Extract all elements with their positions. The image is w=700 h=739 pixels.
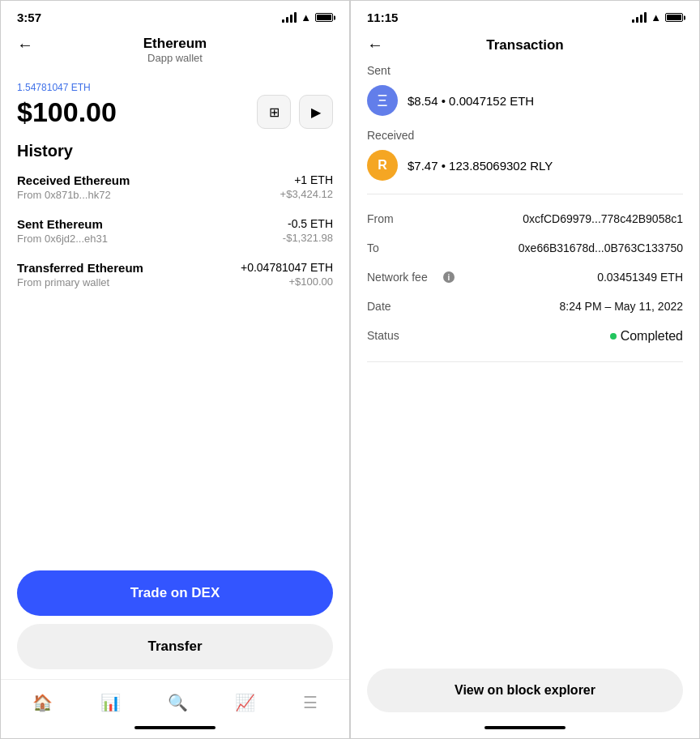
left-header: ← Ethereum Dapp wallet: [1, 29, 349, 74]
sent-coin-row: Ξ $8.54 • 0.0047152 ETH: [367, 85, 683, 116]
home-bar-left: [1, 722, 349, 738]
received-block: Received R $7.47 • 123.85069302 RLY: [367, 129, 683, 181]
home-bar-right: [351, 722, 699, 738]
tx-usd-0: +$3,424.12: [280, 188, 333, 200]
page-title-right: Transaction: [391, 37, 659, 53]
tx-usd-1: -$1,321.98: [283, 232, 333, 244]
divider-1: [367, 194, 683, 194]
tx-crypto-0: +1 ETH: [280, 173, 333, 186]
right-phone: 11:15 ▲ ← Transaction Sent Ξ: [350, 0, 700, 739]
trade-dex-button[interactable]: Trade on DEX: [17, 570, 333, 616]
send-icon: ▶: [311, 105, 321, 120]
signal-icon-right: [632, 12, 647, 23]
received-amount: $7.47 • 123.85069302 RLY: [408, 159, 553, 173]
sent-label: Sent: [367, 64, 683, 77]
battery-icon-right: [665, 13, 683, 22]
eth-balance: 1.54781047 ETH: [17, 82, 333, 93]
received-coin-row: R $7.47 • 123.85069302 RLY: [367, 150, 683, 181]
menu-icon: ☰: [303, 693, 318, 712]
received-label: Received: [367, 129, 683, 142]
status-icons-right: ▲: [632, 11, 683, 23]
sent-block: Sent Ξ $8.54 • 0.0047152 ETH: [367, 64, 683, 116]
field-network-fee: Network fee i 0.03451349 ETH: [367, 263, 683, 292]
status-text: Completed: [621, 329, 683, 344]
wifi-icon-right: ▲: [651, 11, 661, 23]
nav-search[interactable]: 🔍: [158, 688, 198, 717]
history-section: History Received Ethereum From 0x871b...…: [1, 142, 349, 557]
activity-icon: 📈: [235, 693, 255, 712]
to-label: To: [367, 241, 440, 254]
table-row[interactable]: Transferred Ethereum From primary wallet…: [17, 261, 333, 288]
right-bottom: View on block explorer: [351, 659, 699, 722]
status-dot: [610, 333, 617, 340]
search-icon: 🔍: [168, 693, 188, 712]
table-row[interactable]: Received Ethereum From 0x871b...hk72 +1 …: [17, 173, 333, 201]
network-fee-label: Network fee: [367, 271, 440, 284]
tx-from-0: From 0x871b...hk72: [17, 189, 130, 201]
tx-detail-section: Sent Ξ $8.54 • 0.0047152 ETH Received R …: [351, 64, 699, 659]
transfer-button[interactable]: Transfer: [17, 624, 333, 669]
info-icon: i: [443, 271, 455, 283]
field-date: Date 8:24 PM – May 11, 2022: [367, 292, 683, 321]
block-explorer-button[interactable]: View on block explorer: [367, 669, 683, 712]
field-from: From 0xcfCD69979...778c42B9058c1: [367, 204, 683, 233]
left-phone: 3:57 ▲ ← Ethereum Dapp wallet 1.54781047…: [0, 0, 350, 739]
battery-icon: [315, 13, 333, 22]
tx-crypto-2: +0.04781047 ETH: [241, 261, 333, 274]
right-header: ← Transaction: [351, 29, 699, 64]
usd-balance-row: $100.00 ⊞ ▶: [17, 95, 333, 129]
bottom-nav: 🏠 📊 🔍 📈 ☰: [1, 679, 349, 722]
home-icon: 🏠: [32, 693, 53, 712]
tx-from-1: From 0x6jd2...eh31: [17, 233, 108, 245]
tx-crypto-1: -0.5 ETH: [283, 217, 333, 230]
time-right: 11:15: [367, 11, 398, 24]
portfolio-icon: 📊: [100, 693, 121, 712]
sent-amount: $8.54 • 0.0047152 ETH: [408, 94, 534, 108]
back-button-right[interactable]: ←: [367, 36, 383, 54]
date-value: 8:24 PM – May 11, 2022: [559, 300, 683, 313]
to-value: 0xe66B31678d...0B763C133750: [519, 241, 683, 254]
home-indicator-left: [134, 726, 216, 729]
divider-2: [367, 361, 683, 362]
tx-name-0: Received Ethereum: [17, 173, 130, 187]
bottom-buttons: Trade on DEX Transfer: [1, 557, 349, 679]
qr-icon: ⊞: [269, 105, 280, 120]
status-bar-right: 11:15 ▲: [351, 1, 699, 29]
field-to: To 0xe66B31678d...0B763C133750: [367, 233, 683, 263]
status-bar-left: 3:57 ▲: [1, 1, 349, 29]
nav-activity[interactable]: 📈: [225, 688, 265, 717]
nav-home[interactable]: 🏠: [23, 688, 62, 717]
network-fee-value: 0.03451349 ETH: [597, 271, 683, 284]
balance-actions: ⊞ ▶: [257, 95, 333, 129]
table-row[interactable]: Sent Ethereum From 0x6jd2...eh31 -0.5 ET…: [17, 217, 333, 245]
tx-from-2: From primary wallet: [17, 276, 143, 288]
balance-section: 1.54781047 ETH $100.00 ⊞ ▶: [1, 74, 349, 142]
qr-code-button[interactable]: ⊞: [257, 95, 291, 129]
date-label: Date: [367, 300, 440, 313]
send-button[interactable]: ▶: [299, 95, 333, 129]
back-button-left[interactable]: ←: [17, 36, 33, 54]
tx-name-1: Sent Ethereum: [17, 217, 108, 231]
page-subtitle-left: Dapp wallet: [147, 52, 203, 64]
tx-name-2: Transferred Ethereum: [17, 261, 143, 275]
field-status: Status Completed: [367, 321, 683, 352]
from-label: From: [367, 212, 440, 225]
nav-portfolio[interactable]: 📊: [91, 688, 130, 717]
status-icons-left: ▲: [282, 11, 333, 23]
page-title-left: Ethereum: [143, 36, 207, 52]
tx-usd-2: +$100.00: [241, 276, 333, 288]
rly-coin-icon: R: [367, 150, 398, 181]
status-label: Status: [367, 329, 440, 342]
eth-coin-icon: Ξ: [367, 85, 398, 116]
from-value: 0xcfCD69979...778c42B9058c1: [523, 212, 683, 225]
home-indicator-right: [484, 726, 566, 729]
status-value: Completed: [610, 329, 683, 344]
nav-menu[interactable]: ☰: [293, 688, 327, 717]
history-title: History: [17, 142, 333, 160]
time-left: 3:57: [17, 11, 41, 24]
usd-balance: $100.00: [17, 96, 117, 128]
wifi-icon: ▲: [301, 11, 311, 23]
signal-icon: [282, 12, 297, 23]
